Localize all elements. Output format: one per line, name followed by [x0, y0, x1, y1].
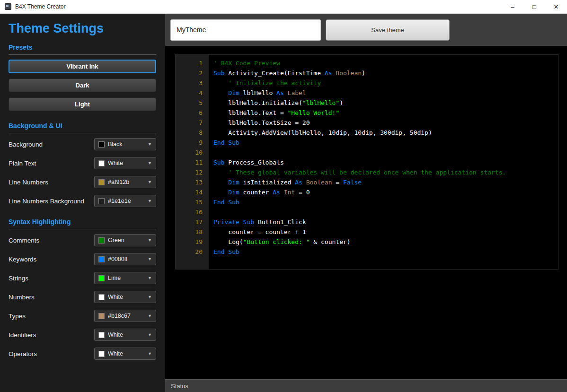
line-number: 20 — [176, 247, 209, 257]
code-text: Sub Activity_Create(FirstTime As Boolean… — [209, 68, 365, 78]
setting-row-plain-text: Plain TextWhite▼ — [9, 157, 156, 169]
code-line: 14 Dim counter As Int = 0 — [176, 187, 558, 197]
code-text: ' Initialize the activity — [209, 78, 321, 88]
code-text: Private Sub Button1_Click — [209, 217, 306, 227]
section-header-syntax-highlighting: Syntax Highlighting — [9, 218, 156, 229]
status-label: Status — [171, 383, 188, 390]
dropdown-value: Green — [108, 237, 144, 244]
color-dropdown-background[interactable]: Black▼ — [94, 138, 156, 150]
color-swatch — [98, 141, 105, 148]
code-editor[interactable]: 1' B4X Code Preview2Sub Activity_Create(… — [175, 54, 558, 270]
code-line: 9End Sub — [176, 138, 558, 148]
setting-row-line-numbers: Line Numbers#af912b▼ — [9, 176, 156, 188]
color-swatch — [98, 275, 105, 281]
color-swatch — [98, 332, 105, 338]
color-dropdown-numbers[interactable]: White▼ — [94, 291, 156, 303]
setting-label: Strings — [9, 275, 28, 282]
code-text: Dim counter As Int = 0 — [209, 187, 310, 197]
setting-row-strings: StringsLime▼ — [9, 272, 156, 284]
color-dropdown-operators[interactable]: White▼ — [94, 348, 156, 360]
code-line: 12 ' These global variables will be decl… — [176, 167, 558, 177]
code-line: 7 lblHello.TextSize = 20 — [176, 118, 558, 128]
code-line: 11Sub Process_Globals — [176, 157, 558, 167]
color-swatch — [98, 160, 105, 166]
dropdown-value: White — [108, 160, 144, 166]
code-text: Log("Button clicked: " & counter) — [209, 237, 351, 247]
section-header-background-ui: Background & UI — [9, 122, 156, 133]
code-line: 15End Sub — [176, 197, 558, 207]
setting-row-keywords: Keywords#0080ff▼ — [9, 253, 156, 265]
preset-button-vibrant-ink[interactable]: Vibrant Ink — [9, 60, 156, 73]
chevron-down-icon: ▼ — [148, 295, 152, 299]
code-text: Dim isInitialized As Boolean = False — [209, 177, 362, 187]
presets-group: Vibrant InkDarkLight — [9, 60, 156, 111]
preset-button-light[interactable]: Light — [9, 97, 156, 111]
code-line: 10 — [176, 148, 558, 157]
line-number: 12 — [176, 167, 209, 177]
line-number: 4 — [176, 88, 209, 98]
color-swatch — [98, 198, 105, 204]
color-dropdown-types[interactable]: #b18c67▼ — [94, 310, 156, 322]
line-number: 19 — [176, 237, 209, 247]
code-line: 1' B4X Code Preview — [176, 58, 558, 68]
titlebar: B4X Theme Creator – □ ✕ — [0, 0, 567, 14]
preset-button-dark[interactable]: Dark — [9, 78, 156, 92]
line-number: 5 — [176, 98, 209, 108]
theme-name-input[interactable] — [170, 19, 321, 41]
color-dropdown-line-numbers[interactable]: #af912b▼ — [94, 176, 156, 188]
app-window: B4X Theme Creator – □ ✕ Theme Settings P… — [0, 0, 567, 392]
color-dropdown-line-numbers-background[interactable]: #1e1e1e▼ — [94, 195, 156, 207]
code-line: 17Private Sub Button1_Click — [176, 217, 558, 227]
section-header-presets: Presets — [9, 44, 156, 55]
maximize-button[interactable]: □ — [523, 0, 545, 13]
color-swatch — [98, 256, 105, 262]
setting-row-background: BackgroundBlack▼ — [9, 138, 156, 150]
dropdown-value: #af912b — [108, 179, 144, 185]
setting-row-operators: OperatorsWhite▼ — [9, 348, 156, 360]
color-dropdown-identifiers[interactable]: White▼ — [94, 329, 156, 341]
setting-row-identifiers: IdentifiersWhite▼ — [9, 329, 156, 341]
color-dropdown-comments[interactable]: Green▼ — [94, 234, 156, 246]
setting-row-types: Types#b18c67▼ — [9, 310, 156, 322]
line-number: 8 — [176, 128, 209, 138]
code-text: Sub Process_Globals — [209, 157, 284, 167]
sidebar: Theme Settings Presets Vibrant InkDarkLi… — [0, 14, 165, 392]
setting-label: Types — [9, 313, 26, 320]
code-line: 2Sub Activity_Create(FirstTime As Boolea… — [176, 68, 558, 78]
color-dropdown-strings[interactable]: Lime▼ — [94, 272, 156, 284]
code-text: ' These global variables will be declare… — [209, 167, 506, 177]
dropdown-value: Black — [108, 141, 144, 148]
dropdown-value: White — [108, 350, 144, 357]
dropdown-value: #1e1e1e — [108, 198, 144, 204]
code-text — [209, 207, 213, 217]
main-panel: Save theme 1' B4X Code Preview2Sub Activ… — [165, 14, 567, 392]
line-number: 6 — [176, 108, 209, 118]
code-text: lblHello.Initialize("lblHello") — [209, 98, 343, 108]
close-button[interactable]: ✕ — [545, 0, 567, 13]
setting-label: Operators — [9, 350, 37, 357]
code-line: 4 Dim lblHello As Label — [176, 88, 558, 98]
code-line: 6 lblHello.Text = "Hello World!" — [176, 108, 558, 118]
save-theme-button[interactable]: Save theme — [326, 19, 450, 41]
code-text: Dim lblHello As Label — [209, 88, 306, 98]
color-dropdown-keywords[interactable]: #0080ff▼ — [94, 253, 156, 265]
setting-label: Numbers — [9, 294, 35, 301]
code-line: 5 lblHello.Initialize("lblHello") — [176, 98, 558, 108]
code-line: 18 counter = counter + 1 — [176, 227, 558, 237]
page-title: Theme Settings — [9, 21, 156, 36]
window-controls: – □ ✕ — [502, 0, 567, 13]
line-number: 18 — [176, 227, 209, 237]
setting-label: Line Numbers — [9, 179, 48, 186]
chevron-down-icon: ▼ — [148, 199, 152, 203]
code-text: Activity.AddView(lblHello, 10dip, 10dip,… — [209, 128, 432, 138]
color-dropdown-plain-text[interactable]: White▼ — [94, 157, 156, 169]
minimize-button[interactable]: – — [502, 0, 523, 13]
color-swatch — [98, 179, 105, 185]
chevron-down-icon: ▼ — [148, 351, 152, 356]
status-bar: Status — [165, 379, 567, 392]
color-swatch — [98, 313, 105, 319]
code-line: 19 Log("Button clicked: " & counter) — [176, 237, 558, 247]
line-number: 2 — [176, 68, 209, 78]
code-text: lblHello.Text = "Hello World!" — [209, 108, 339, 118]
line-number: 17 — [176, 217, 209, 227]
